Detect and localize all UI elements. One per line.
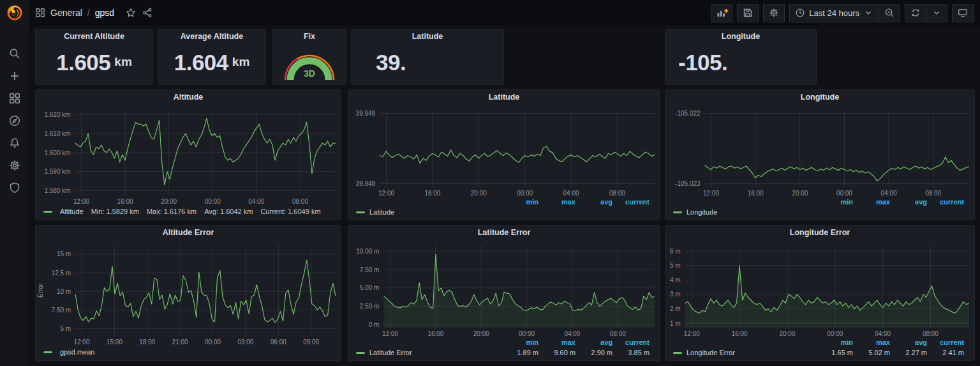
svg-text:12.5 m: 12.5 m [52, 270, 71, 277]
svg-text:16:00: 16:00 [427, 330, 443, 337]
legend: min max avg current Longitude Error 1.65… [665, 339, 974, 360]
svg-text:12:00: 12:00 [73, 339, 89, 346]
panel-title[interactable]: Altitude Error [36, 225, 341, 240]
legend-header-avg: avg [890, 198, 927, 206]
legend-series-marker [356, 352, 365, 354]
svg-text:04:00: 04:00 [563, 190, 579, 197]
legend-stat-avg: Avg: 1.6042 km [204, 208, 253, 215]
svg-text:06:00: 06:00 [271, 339, 286, 346]
breadcrumb-dashboard[interactable]: gpsd [95, 8, 114, 18]
add-panel-button[interactable] [711, 4, 732, 22]
grafana-logo[interactable] [6, 4, 24, 22]
refresh-interval-dropdown[interactable] [926, 4, 947, 22]
tv-kiosk-mode-button[interactable] [952, 4, 974, 22]
svg-text:12:00: 12:00 [378, 190, 394, 197]
panel-title[interactable]: Current Altitude [36, 29, 152, 44]
svg-text:5 m: 5 m [61, 325, 71, 332]
legend-series-label[interactable]: Longitude [687, 208, 717, 216]
gear-icon [769, 8, 779, 18]
panel-latitude-error-chart: Latitude Error 0 m2.50 m5.00 m7.50 m10.0… [348, 225, 660, 361]
legend-header-min: min [501, 339, 538, 346]
share-icon[interactable] [142, 8, 152, 18]
svg-text:7.50 m: 7.50 m [52, 307, 71, 314]
svg-text:00:00: 00:00 [205, 339, 221, 346]
dashboards-icon[interactable] [8, 92, 21, 105]
svg-text:04:00: 04:00 [875, 330, 891, 337]
legend-header-avg: avg [575, 339, 612, 346]
panel-title[interactable]: Longitude [665, 90, 974, 105]
save-dashboard-button[interactable] [737, 4, 759, 22]
panel-title[interactable]: Altitude [36, 90, 341, 105]
time-series-plot[interactable]: 1 m2 m3 m4 m5 m6 m12:0016:0020:0000:0004… [665, 240, 974, 339]
alerting-bell-icon[interactable] [8, 137, 21, 149]
legend-value-max: 9.60 m [538, 349, 575, 356]
time-range-picker[interactable]: Last 24 hours [789, 4, 879, 22]
svg-text:04:00: 04:00 [248, 198, 264, 205]
legend-header-max: max [538, 339, 575, 346]
legend-header-min: min [501, 198, 538, 206]
time-series-plot[interactable]: 5 m7.50 m10 m12.5 m15 m12:0015:0018:0021… [36, 240, 341, 347]
panel-title[interactable]: Average Altitude [158, 29, 265, 44]
svg-text:20:00: 20:00 [471, 190, 487, 197]
legend-series-label[interactable]: gpsd.mean [60, 348, 94, 356]
svg-text:2 m: 2 m [670, 305, 681, 312]
svg-text:1.600 km: 1.600 km [44, 149, 70, 156]
panel-title[interactable]: Latitude [352, 29, 503, 44]
panel-altitude-error-chart: Altitude Error 5 m7.50 m10 m12.5 m15 m12… [35, 225, 341, 361]
time-range-label: Last 24 hours [809, 8, 859, 18]
zoom-out-time-button[interactable] [879, 4, 900, 22]
time-series-plot[interactable]: 0 m2.50 m5.00 m7.50 m10.00 m12:0016:0020… [348, 240, 660, 339]
svg-text:4 m: 4 m [670, 277, 681, 284]
panel-title[interactable]: Longitude [665, 29, 816, 44]
configuration-gear-icon[interactable] [8, 159, 21, 172]
dashboard-settings-button[interactable] [763, 4, 785, 22]
svg-text:08:00: 08:00 [609, 190, 625, 197]
stat-unit: km [232, 55, 249, 70]
panel-title[interactable]: Fix [273, 29, 346, 44]
panel-latitude-stat: Latitude 39. [351, 29, 504, 85]
svg-text:20:00: 20:00 [792, 190, 808, 197]
time-series-plot[interactable]: 39.94839.94912:0016:0020:0000:0004:0008:… [348, 105, 660, 198]
svg-text:03:00: 03:00 [237, 339, 253, 346]
refresh-button[interactable] [905, 4, 926, 22]
legend-header-current: current [612, 339, 650, 346]
time-series-plot[interactable]: -105.023-105.02212:0016:0020:0000:0004:0… [665, 105, 974, 198]
legend-header-max: max [853, 198, 890, 206]
legend-series-label[interactable]: Longitude Error [687, 349, 735, 356]
search-icon[interactable] [8, 47, 21, 60]
breadcrumb-separator: / [87, 8, 90, 18]
explore-compass-icon[interactable] [8, 114, 21, 127]
legend-value-current: 2.41 m [927, 349, 964, 356]
legend-series-label[interactable]: Altitude [60, 208, 84, 215]
time-series-plot[interactable]: 1.580 km1.590 km1.600 km1.610 km1.620 km… [36, 105, 341, 206]
svg-text:5 m: 5 m [670, 262, 681, 269]
stat-value: 1.605 [56, 50, 110, 75]
admin-shield-icon[interactable] [8, 181, 21, 194]
panel-average-altitude: Average Altitude 1.604 km [158, 29, 266, 85]
svg-text:15:00: 15:00 [107, 339, 122, 346]
breadcrumb: General / gpsd [35, 8, 152, 18]
panel-current-altitude: Current Altitude 1.605 km [35, 29, 153, 85]
legend-value-avg: 2.27 m [890, 349, 927, 356]
panel-latitude-chart: Latitude 39.94839.94912:0016:0020:0000:0… [348, 89, 660, 220]
legend-series-label[interactable]: Latitude [369, 208, 394, 216]
panel-title[interactable]: Longitude Error [665, 225, 974, 240]
top-navigation-bar: General / gpsd [29, 0, 980, 26]
svg-text:20:00: 20:00 [779, 330, 795, 337]
svg-text:10.00 m: 10.00 m [356, 248, 379, 255]
legend-stat-max: Max: 1.6176 km [147, 208, 197, 215]
legend-header-current: current [927, 339, 964, 346]
create-plus-icon[interactable] [8, 70, 21, 82]
star-icon[interactable] [126, 8, 136, 18]
svg-text:39.949: 39.949 [356, 110, 376, 117]
legend-value-min: 1.65 m [816, 349, 853, 356]
panel-title[interactable]: Latitude Error [348, 225, 660, 240]
panel-title[interactable]: Latitude [348, 90, 660, 105]
stat-value: 39. [376, 50, 406, 75]
breadcrumb-folder[interactable]: General [50, 8, 82, 18]
legend-series-label[interactable]: Latitude Error [369, 349, 412, 356]
add-panel-icon [716, 8, 727, 18]
svg-text:Error: Error [37, 283, 44, 298]
legend-series-marker [43, 351, 52, 353]
svg-text:08:00: 08:00 [923, 330, 939, 337]
